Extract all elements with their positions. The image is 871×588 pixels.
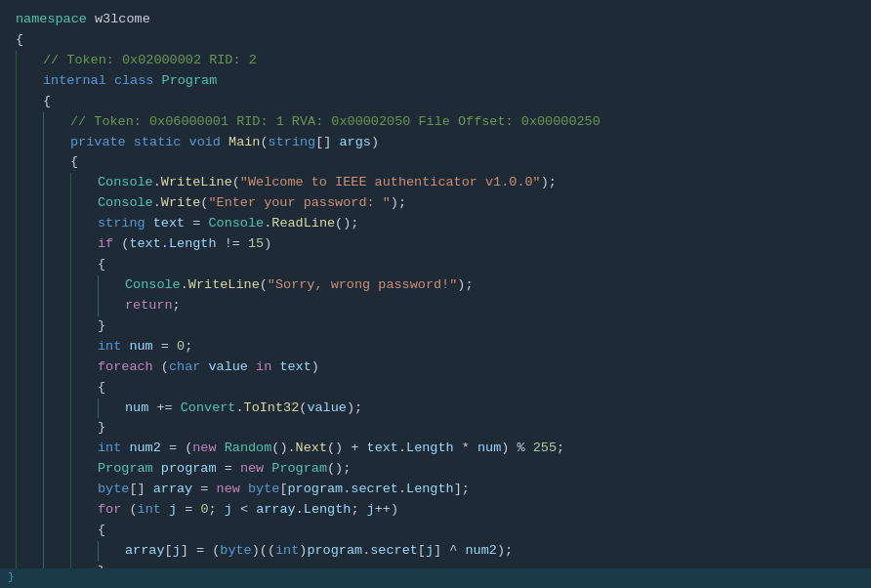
token-plain [441, 541, 449, 562]
token-kw-namespace: namespace [16, 10, 87, 30]
token-var: program [307, 541, 362, 562]
token-param: args [340, 133, 371, 153]
code-line: int num = 0; [0, 337, 871, 357]
indent-guide [98, 399, 99, 419]
indent-guide [70, 255, 71, 275]
token-var: array [256, 500, 296, 521]
token-punc: { [16, 30, 23, 51]
token-plain [248, 500, 256, 521]
token-plain [525, 439, 533, 459]
indent-guide [16, 71, 17, 92]
indent-guide [16, 316, 17, 337]
indent-guide [16, 234, 17, 255]
token-plain [153, 337, 161, 357]
token-punc: . [398, 439, 406, 459]
token-kw-ctrl: new [217, 480, 240, 500]
token-punc: ) [311, 357, 319, 378]
indent-guide [16, 439, 17, 459]
token-plain [177, 500, 185, 521]
indent-guide [43, 337, 44, 357]
token-str: "Enter your password: " [208, 193, 390, 214]
token-kw-blue: class [114, 71, 154, 92]
indent-guide [16, 152, 17, 173]
token-var: Length [304, 500, 352, 521]
token-punc: { [98, 255, 105, 275]
token-plain [358, 439, 366, 459]
token-var: Length [169, 234, 217, 255]
token-punc: . [398, 480, 406, 500]
indent-guide [43, 214, 44, 234]
indent-guide [16, 51, 17, 71]
indent-guide [43, 459, 44, 480]
indent-guide [43, 480, 44, 500]
token-var: program [288, 480, 344, 500]
code-line: foreach (char value in text) [0, 357, 871, 378]
indent-guide [16, 541, 17, 562]
token-punc: ( [212, 541, 220, 562]
token-punc: . [362, 541, 370, 562]
token-punc: ( [200, 193, 208, 214]
code-line: if (text.Length != 15) [0, 234, 871, 255]
token-punc: ; [209, 500, 217, 521]
code-line: { [0, 152, 871, 173]
token-class-name: Console [98, 193, 153, 214]
code-line: num += Convert.ToInt32(value); [0, 399, 871, 419]
token-punc: = [161, 337, 169, 357]
token-kw-type: int [98, 337, 121, 357]
token-punc: ( [232, 173, 240, 193]
code-line: string text = Console.ReadLine(); [0, 214, 871, 234]
token-punc: } [98, 418, 105, 439]
token-var: program [161, 459, 217, 480]
token-punc: ] [181, 541, 188, 562]
indent-guide [16, 92, 17, 112]
token-var: j [225, 500, 232, 521]
token-punc: = [200, 480, 208, 500]
token-punc: ] [434, 541, 441, 562]
token-plain [113, 234, 121, 255]
indent-guide [16, 337, 17, 357]
token-var: j [426, 541, 434, 562]
token-class-name: Console [208, 214, 264, 234]
token-punc: ( [185, 439, 192, 459]
token-method: ToInt32 [244, 399, 300, 419]
token-punc: ( [129, 500, 137, 521]
token-var: j [173, 541, 181, 562]
token-plain [204, 541, 212, 562]
token-plain [454, 439, 462, 459]
indent-guide [16, 255, 17, 275]
token-plain [181, 133, 188, 153]
code-line: private static void Main(string[] args) [0, 133, 871, 153]
indent-guide [16, 521, 17, 541]
token-plain [200, 357, 208, 378]
token-punc: . [161, 234, 169, 255]
code-line: } [0, 316, 871, 337]
token-plain [161, 439, 169, 459]
token-var: secret [370, 541, 418, 562]
indent-guide [98, 296, 99, 316]
token-var: num [125, 399, 148, 419]
token-plain [145, 214, 153, 234]
token-punc: ( [161, 357, 169, 378]
indent-guide [43, 255, 44, 275]
token-punc: ); [347, 399, 362, 419]
indent-guide [43, 133, 44, 153]
token-kw-ctrl: return [125, 296, 173, 316]
indent-guide [16, 357, 17, 378]
token-class-name: Program [162, 71, 218, 92]
token-plain [153, 357, 161, 378]
token-plain [106, 71, 114, 92]
token-kw-blue: void [189, 133, 221, 153]
token-punc: ]; [454, 480, 470, 500]
token-kw-type: int [275, 541, 299, 562]
token-plain [192, 500, 200, 521]
token-plain [177, 439, 185, 459]
token-plain [188, 541, 196, 562]
token-punc: [ [418, 541, 426, 562]
code-line: Program program = new Program(); [0, 459, 871, 480]
code-line: Console.WriteLine("Sorry, wrong password… [0, 275, 871, 296]
token-punc: [ [279, 480, 287, 500]
token-cm: // Token: 0x06000001 RID: 1 RVA: 0x00002… [70, 112, 601, 133]
token-num: 0 [177, 337, 185, 357]
token-method: Next [296, 439, 327, 459]
token-punc: % [518, 439, 525, 459]
